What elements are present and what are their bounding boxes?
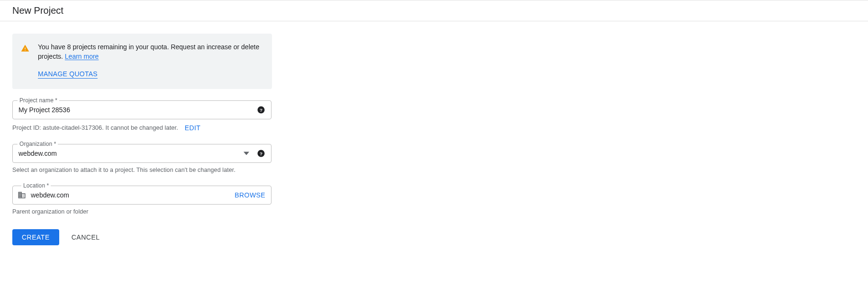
browse-button[interactable]: BROWSE — [235, 191, 265, 199]
quota-notice: You have 8 projects remaining in your qu… — [12, 34, 272, 89]
chevron-down-icon[interactable] — [244, 151, 249, 156]
organization-field[interactable]: Organization * ? — [12, 144, 271, 163]
manage-quotas-link[interactable]: MANAGE QUOTAS — [38, 69, 98, 79]
organization-label: Organization * — [18, 141, 58, 147]
project-name-input[interactable] — [18, 106, 253, 114]
cancel-button[interactable]: CANCEL — [72, 233, 100, 241]
location-label: Location * — [21, 182, 51, 189]
learn-more-link[interactable]: Learn more — [65, 53, 99, 60]
project-id-text: Project ID: astute-citadel-317306. It ca… — [12, 124, 178, 131]
svg-text:?: ? — [260, 151, 262, 156]
page-title: New Project — [12, 5, 868, 16]
project-name-label: Project name * — [18, 97, 59, 104]
svg-text:?: ? — [260, 107, 262, 113]
warning-icon — [21, 42, 29, 79]
create-button[interactable]: CREATE — [12, 229, 59, 245]
location-field[interactable]: Location * BROWSE — [12, 186, 271, 205]
edit-project-id-button[interactable]: EDIT — [185, 124, 201, 132]
location-input[interactable] — [31, 191, 235, 199]
help-icon[interactable]: ? — [257, 149, 265, 158]
location-hint: Parent organization or folder — [12, 208, 272, 215]
project-name-field[interactable]: Project name * ? — [12, 100, 271, 119]
help-icon[interactable]: ? — [257, 106, 265, 114]
organization-hint: Select an organization to attach it to a… — [12, 167, 272, 173]
organization-input[interactable] — [18, 150, 244, 157]
organization-icon — [18, 191, 26, 199]
